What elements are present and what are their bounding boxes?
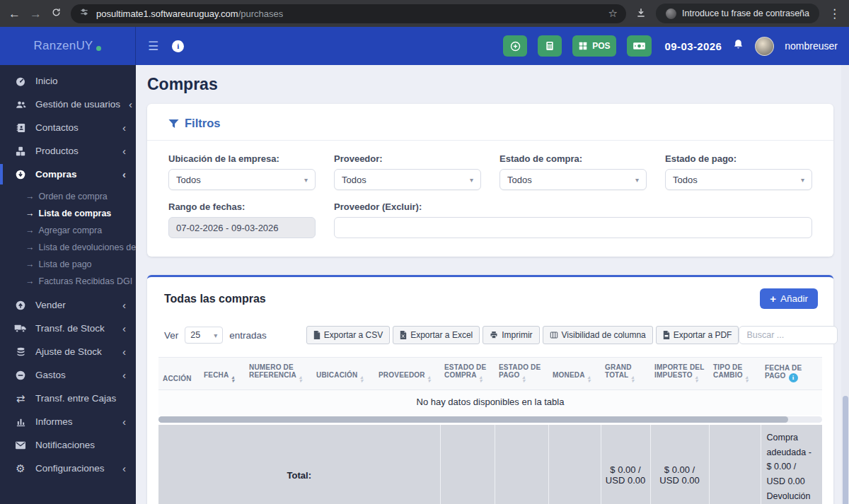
column-estado-compra[interactable]: ESTADO DE COMPRA▴▾	[440, 358, 495, 390]
totals-grand-total: $ 0.00 / USD 0.00	[601, 425, 650, 504]
pos-button[interactable]: POS	[572, 35, 616, 57]
calculator-button[interactable]	[538, 35, 562, 57]
purchases-download-icon	[14, 168, 27, 181]
export-excel-button[interactable]: Exportar a Excel	[393, 326, 480, 344]
search-input[interactable]	[739, 326, 838, 344]
filter-location: Ubicación de la empresa: Todos ▾	[168, 153, 316, 190]
submenu-orden-de-compra[interactable]: →Orden de compra	[0, 188, 136, 205]
export-button-group: Exportar a CSV Exportar a Excel Imprimir…	[306, 326, 739, 344]
funnel-icon	[168, 119, 179, 129]
filter-payment-status: Estado de pago: Todos ▾	[665, 153, 812, 190]
column-importe-impuesto[interactable]: IMPORTE DEL IMPUESTO▴▾	[650, 358, 709, 390]
sort-icon: ▴▾	[231, 376, 234, 382]
sort-icon: ▴▾	[428, 376, 431, 382]
brand-dot-icon	[96, 46, 101, 51]
purchase-status-select[interactable]: Todos ▾	[499, 169, 647, 190]
arrow-right-icon: →	[25, 259, 35, 269]
reload-icon[interactable]	[51, 7, 62, 20]
username[interactable]: nombreuser	[785, 40, 838, 52]
user-avatar[interactable]	[755, 37, 774, 56]
sidebar-item-notificaciones[interactable]: Notificaciones	[0, 433, 136, 457]
page-scrollbar-thumb[interactable]	[843, 396, 848, 504]
column-estado-pago[interactable]: ESTADO DE PAGO▴▾	[495, 358, 548, 390]
sidebar-toggle-icon[interactable]: ☰	[148, 39, 158, 54]
password-phrase-button[interactable]: Introduce tu frase de contraseña	[656, 4, 819, 23]
column-grand-total[interactable]: GRAND TOTAL▴▾	[601, 358, 650, 390]
info-icon[interactable]: i	[789, 373, 798, 382]
quick-add-button[interactable]	[503, 35, 527, 57]
totals-estado-pago	[495, 425, 548, 504]
purchases-table: ACCIÓN FECHA▴▾ NUMERO DE REFERENCIA▴▾ UB…	[158, 357, 822, 504]
page-title: Compras	[147, 75, 833, 94]
filters-header[interactable]: Filtros	[147, 114, 833, 141]
sort-icon: ▴▾	[523, 376, 526, 382]
export-csv-button[interactable]: Exportar a CSV	[306, 326, 390, 344]
sidebar-item-transf-stock[interactable]: Transf. de Stock ‹	[0, 317, 136, 340]
empty-table-row: No hay datos disponibles en la tabla	[158, 390, 822, 416]
export-pdf-button[interactable]: Exportar a PDF	[656, 326, 739, 344]
sidebar-item-gastos[interactable]: Gastos ‹	[0, 363, 136, 387]
totals-importe-impuesto: $ 0.00 / USD 0.00	[650, 425, 709, 504]
cash-register-button[interactable]	[627, 35, 652, 57]
location-select[interactable]: Todos ▾	[168, 169, 316, 190]
submenu-lista-de-pago[interactable]: →Lista de pago	[0, 256, 136, 273]
plus-circle-icon	[509, 40, 521, 52]
download-icon[interactable]	[635, 7, 647, 20]
column-ubicacion[interactable]: UBICACIÓN▴▾	[312, 358, 374, 390]
sell-upload-icon	[14, 299, 27, 312]
chevron-left-icon: ‹	[122, 346, 126, 358]
header-info-icon[interactable]: i	[172, 40, 184, 52]
sidebar-item-ajuste-stock[interactable]: Ajuste de Stock ‹	[0, 340, 136, 363]
print-button[interactable]: Imprimir	[483, 326, 539, 344]
column-proveedor[interactable]: PROVEEDOR▴▾	[374, 358, 440, 390]
column-fecha-pago[interactable]: FECHA DE PAGOi	[761, 358, 822, 390]
forward-icon[interactable]: →	[30, 8, 42, 20]
sidebar-item-transf-cajas[interactable]: ⇄ Transf. entre Cajas	[0, 387, 136, 410]
filter-date-range: Rango de fechas:	[168, 201, 316, 238]
sidebar-item-productos[interactable]: Productos ‹	[0, 139, 136, 163]
payment-status-select[interactable]: Todos ▾	[665, 169, 812, 190]
minus-circle-icon	[14, 369, 27, 382]
date-range-input[interactable]	[168, 217, 316, 238]
horizontal-scrollbar-thumb[interactable]	[158, 416, 788, 423]
column-fecha[interactable]: FECHA▴▾	[200, 358, 245, 390]
column-tipo-cambio[interactable]: TIPO DE CAMBIO▴▾	[709, 358, 761, 390]
chevron-left-icon: ‹	[129, 98, 132, 110]
database-icon	[14, 346, 27, 358]
page-scrollbar[interactable]	[841, 65, 849, 504]
url-bar[interactable]: posultimate1.softwareuruguay.com/purchas…	[71, 4, 626, 23]
sidebar-item-inicio[interactable]: Inicio	[0, 69, 136, 93]
site-settings-icon[interactable]	[79, 7, 89, 20]
exchange-arrows-icon: ⇄	[14, 392, 27, 405]
brand-logo[interactable]: RanzenUY	[0, 27, 136, 65]
submenu-lista-devoluciones[interactable]: →Lista de devoluciones de compra	[0, 239, 136, 256]
supplier-select[interactable]: Todos ▾	[334, 169, 481, 190]
column-numero-referencia[interactable]: NUMERO DE REFERENCIA▴▾	[245, 358, 312, 390]
column-visibility-button[interactable]: Visibilidad de columna	[543, 326, 653, 344]
sidebar-item-configuraciones[interactable]: ⚙ Configuraciones ‹	[0, 457, 136, 480]
notifications-bell-icon[interactable]	[732, 38, 744, 54]
bar-chart-icon	[14, 416, 27, 428]
sidebar-item-gestion-usuarios[interactable]: Gestión de usuarios ‹	[0, 93, 136, 116]
submenu-facturas-recibidas-dgi[interactable]: →Facturas Recibidas DGI	[0, 273, 136, 290]
table-search	[739, 326, 838, 344]
purchases-card: Todas las compras + Añadir Ver 25 ▾ entr…	[147, 275, 833, 504]
back-icon[interactable]: ←	[8, 8, 21, 20]
submenu-agregar-compra[interactable]: →Agregar compra	[0, 222, 136, 239]
sidebar-item-informes[interactable]: Informes ‹	[0, 410, 136, 433]
arrow-right-icon: →	[25, 192, 35, 201]
sidebar-item-contactos[interactable]: Contactos ‹	[0, 116, 136, 139]
column-moneda[interactable]: MONEDA▴▾	[548, 358, 601, 390]
bookmark-star-icon[interactable]: ☆	[608, 7, 618, 20]
sidebar-item-vender[interactable]: Vender ‹	[0, 293, 136, 317]
filter-exclude-supplier: Proveedor (Excluir):	[334, 201, 812, 238]
submenu-lista-de-compras[interactable]: →Lista de compras	[0, 205, 136, 222]
sort-icon: ▴▾	[588, 376, 591, 382]
horizontal-scrollbar[interactable]	[158, 416, 822, 423]
add-purchase-button[interactable]: + Añadir	[760, 288, 818, 309]
sidebar-item-compras[interactable]: Compras ‹	[0, 163, 136, 186]
arrow-right-icon: →	[25, 242, 35, 252]
browser-menu-icon[interactable]: ⋮	[828, 8, 841, 20]
entries-select[interactable]: 25 ▾	[185, 327, 223, 344]
exclude-supplier-input[interactable]	[334, 217, 812, 238]
